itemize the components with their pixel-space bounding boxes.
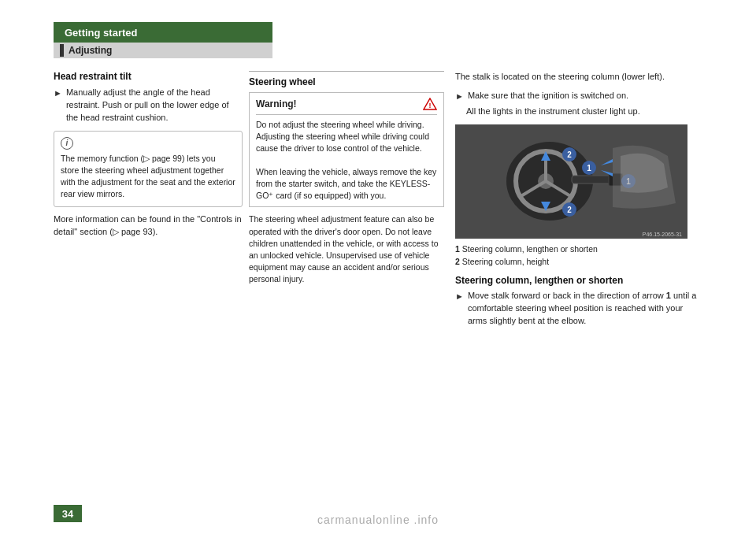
sub-header: Adjusting (54, 43, 272, 58)
caption-num-1: 1 (455, 244, 460, 254)
svg-text:!: ! (429, 102, 432, 109)
stalk-intro-text: The stalk is located on the steering col… (455, 71, 699, 83)
caption-line-2: 2 Steering column, height (455, 257, 549, 266)
info-box-text: The memory function (▷ page 99) lets you… (61, 153, 235, 201)
caption-text-1: Steering column, lengthen or shorten (462, 244, 598, 254)
info-box: i The memory function (▷ page 99) lets y… (54, 131, 243, 207)
svg-text:2: 2 (567, 150, 572, 159)
middle-section-title: Steering wheel (249, 76, 444, 87)
warning-text-3: The steering wheel adjustment feature ca… (249, 213, 444, 285)
middle-column: Steering wheel Warning! ! Do not adjust … (249, 71, 444, 286)
page-number-box: 34 (54, 505, 82, 522)
warning-triangle-icon: ! (423, 98, 437, 110)
caption-num-2: 2 (455, 257, 460, 266)
watermark: carmanualonline .info (317, 514, 439, 526)
steering-section-title: Steering column, lengthen or shorten (455, 275, 699, 286)
warning-label: Warning! (256, 98, 297, 109)
page-container: Getting started Adjusting Head restraint… (0, 0, 756, 534)
right-bullet-1-text: Make sure that the ignition is switched … (468, 90, 628, 102)
car-diagram-image: 1 1 2 2 P46.15-2065-31 (455, 124, 687, 239)
right-column: The stalk is located on the steering col… (455, 71, 699, 331)
svg-text:P46.15-2065-31: P46.15-2065-31 (643, 232, 682, 237)
page-number: 34 (62, 508, 73, 520)
info-box-header: i (61, 137, 235, 150)
right-bullet-arrow-2: ► (455, 291, 464, 328)
image-caption: 1 Steering column, lengthen or shorten 2… (455, 243, 699, 269)
left-bullet-1-text: Manually adjust the angle of the head re… (66, 87, 243, 124)
left-column: Head restraint tilt ► Manually adjust th… (54, 71, 243, 239)
left-section-title: Head restraint tilt (54, 71, 243, 82)
right-bullet-1: ► Make sure that the ignition is switche… (455, 90, 699, 102)
svg-text:2: 2 (567, 206, 572, 214)
header-title: Getting started (65, 27, 137, 39)
top-header: Getting started (54, 22, 272, 43)
right-bullet-2-prefix: Move stalk forward or back in the direct… (468, 291, 666, 300)
bullet-arrow-1: ► (54, 87, 62, 124)
info-icon: i (61, 137, 73, 150)
caption-text-2: Steering column, height (462, 257, 549, 266)
middle-divider (249, 71, 444, 72)
right-bullet-arrow-1: ► (455, 91, 464, 102)
warning-divider (256, 114, 437, 115)
sub-header-bar (60, 44, 64, 57)
warning-text-2: When leaving the vehicle, always remove … (256, 166, 437, 202)
svg-text:1: 1 (587, 164, 591, 172)
caption-line-1: 1 Steering column, lengthen or shorten (455, 244, 598, 254)
watermark-text: carmanualonline .info (317, 514, 439, 526)
more-info-text: More information can be found in the "Co… (54, 213, 243, 239)
svg-rect-9 (572, 176, 611, 184)
sub-header-title: Adjusting (69, 45, 112, 56)
warning-header: Warning! ! (256, 98, 437, 110)
note-text: All the lights in the instrument cluster… (466, 106, 699, 118)
right-bullet-2: ► Move stalk forward or back in the dire… (455, 290, 699, 328)
warning-text-1: Do not adjust the steering wheel while d… (256, 119, 437, 155)
warning-box: Warning! ! Do not adjust the steering wh… (249, 92, 444, 207)
left-bullet-1: ► Manually adjust the angle of the head … (54, 87, 243, 124)
right-bullet-2-text: Move stalk forward or back in the direct… (468, 290, 699, 328)
